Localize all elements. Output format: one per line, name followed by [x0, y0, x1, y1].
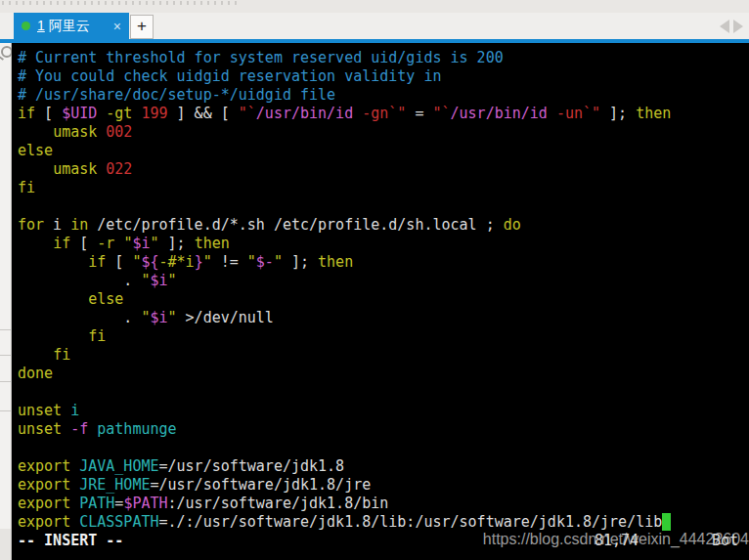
- panel-divider: [0, 410, 11, 411]
- new-tab-button[interactable]: +: [130, 15, 154, 39]
- terminal-token: [88, 420, 97, 438]
- terminal-token: -r: [97, 235, 114, 252]
- terminal-line: export JAVA_HOME=/usr/software/jdk1.8: [18, 457, 749, 476]
- terminal-token: $i: [150, 272, 167, 289]
- scroll-tabs-left-icon[interactable]: [720, 20, 729, 33]
- terminal-token: $-: [256, 253, 274, 271]
- terminal-token: $i: [132, 235, 150, 252]
- terminal-token: [18, 235, 53, 252]
- terminal-token: "`: [239, 105, 256, 122]
- terminal-line: else: [18, 290, 749, 309]
- terminal-token: PATH: [79, 495, 114, 512]
- terminal-token: [18, 327, 88, 345]
- terminal-token: i: [70, 402, 79, 419]
- terminal-token: fi: [18, 179, 35, 196]
- terminal-token: "`: [432, 105, 450, 122]
- terminal-token: [70, 476, 79, 494]
- terminal-token: # You could check uidgid reservation val…: [18, 67, 441, 85]
- terminal-token: $UID: [62, 105, 97, 122]
- terminal-vim-editor[interactable]: # Current threshold for system reserved …: [12, 43, 749, 560]
- terminal-token: CLASSPATH: [79, 513, 158, 531]
- terminal-token: -gt: [106, 105, 132, 122]
- terminal-line: if [ "${-#*i}" != "$-" ]; then: [18, 253, 749, 272]
- tab-number: 1: [37, 18, 45, 33]
- terminal-line: # You could check uidgid reservation val…: [18, 67, 749, 86]
- terminal-token: .: [18, 272, 141, 289]
- terminal-token: # /usr/share/doc/setup-*/uidgid file: [18, 86, 335, 104]
- terminal-token: [97, 105, 106, 122]
- terminal-line: umask 002: [18, 123, 749, 142]
- terminal-token: [: [70, 235, 97, 252]
- terminal-line: done: [18, 365, 749, 383]
- terminal-token: =./:/usr/software/jdk1.8/lib:/usr/softwa…: [159, 513, 663, 531]
- terminal-token: [18, 253, 88, 271]
- terminal-token: $i: [150, 309, 167, 326]
- text-cursor: [662, 513, 671, 531]
- terminal-line: fi: [18, 327, 749, 346]
- terminal-line: for i in /etc/profile.d/*.sh /etc/profil…: [18, 216, 749, 235]
- panel-divider: [0, 355, 11, 356]
- tab-label: 1阿里云: [37, 18, 90, 35]
- terminal-token: ": [247, 253, 256, 271]
- terminal-token: =: [406, 105, 432, 122]
- terminal-token: if: [88, 253, 106, 271]
- scroll-tabs-right-icon[interactable]: [733, 20, 743, 33]
- terminal-token: /usr/bin/id: [256, 105, 353, 122]
- terminal-token: }: [195, 253, 203, 271]
- terminal-line: umask 022: [18, 160, 749, 179]
- terminal-lines: # Current threshold for system reserved …: [18, 49, 749, 550]
- vim-ruler-position: 81,74: [595, 532, 639, 550]
- terminal-token: [62, 420, 70, 438]
- terminal-token: export: [18, 513, 70, 531]
- terminal-token: [: [35, 105, 62, 122]
- tab-aliyun[interactable]: 1阿里云 ×: [14, 13, 129, 39]
- tab-close-icon[interactable]: ×: [113, 20, 121, 33]
- terminal-line: export JRE_HOME=/usr/software/jdk1.8/jre: [18, 476, 749, 495]
- terminal-token: :/usr/software/jdk1.8/bin: [168, 495, 389, 512]
- terminal-token: [18, 290, 88, 308]
- panel-divider: [0, 329, 11, 330]
- xshell-window: 1阿里云 × + # Current threshold for system …: [0, 0, 749, 560]
- terminal-token: [18, 346, 53, 364]
- terminal-token: -gn`": [362, 105, 406, 122]
- terminal-token: # Current threshold for system reserved …: [18, 49, 504, 66]
- connected-status-dot: [22, 22, 30, 30]
- terminal-token: !=: [212, 253, 247, 271]
- terminal-token: -- INSERT --: [18, 532, 123, 549]
- panel-divider: [0, 381, 11, 382]
- terminal-token: [353, 105, 362, 122]
- terminal-token: [18, 160, 53, 178]
- terminal-token: /etc/profile.d/*.sh /etc/profile.d/sh.lo…: [88, 216, 503, 234]
- terminal-token: JAVA_HOME: [79, 457, 158, 475]
- terminal-token: ];: [283, 253, 318, 271]
- terminal-token: ": [203, 253, 212, 271]
- terminal-token: umask: [53, 123, 97, 141]
- terminal-token: do: [504, 216, 521, 234]
- terminal-line: if [ -r "$i" ]; then: [18, 235, 749, 253]
- panel-footer-strip: [0, 529, 11, 560]
- terminal-token: [97, 123, 106, 141]
- terminal-token: 002: [106, 123, 132, 141]
- terminal-token: export: [18, 457, 70, 475]
- tab-title: 阿里云: [49, 18, 90, 33]
- terminal-token: /usr/bin/id: [451, 105, 548, 122]
- terminal-line: # /usr/share/doc/setup-*/uidgid file: [18, 86, 749, 105]
- terminal-token: [70, 495, 79, 512]
- terminal-token: pathmunge: [97, 420, 176, 438]
- terminal-token: [18, 123, 53, 141]
- terminal-token: in: [70, 216, 88, 234]
- tab-scroll-arrows: [720, 20, 743, 33]
- terminal-token: [: [106, 253, 132, 271]
- terminal-token: else: [18, 142, 53, 159]
- terminal-token: export: [18, 495, 70, 512]
- terminal-token: ": [168, 309, 177, 326]
- terminal-token: unset: [18, 420, 62, 438]
- terminal-line: unset i: [18, 402, 749, 420]
- terminal-token: 022: [106, 160, 132, 178]
- terminal-token: done: [18, 365, 53, 382]
- terminal-line: fi: [18, 346, 749, 365]
- terminal-token: ] && [: [168, 105, 239, 122]
- terminal-token: ];: [600, 105, 636, 122]
- terminal-token: for: [18, 216, 44, 234]
- tab-bar: 1阿里云 × +: [0, 13, 749, 39]
